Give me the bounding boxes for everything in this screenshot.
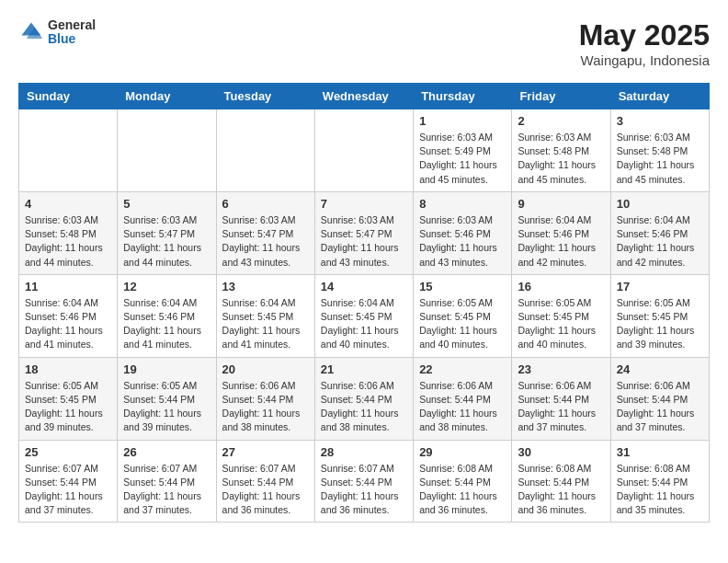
calendar-cell: 15Sunrise: 6:05 AMSunset: 5:45 PMDayligh… xyxy=(414,274,512,357)
day-info: Sunrise: 6:06 AMSunset: 5:44 PMDaylight:… xyxy=(419,379,506,435)
calendar-cell: 1Sunrise: 6:03 AMSunset: 5:49 PMDaylight… xyxy=(414,109,512,192)
calendar-cell: 22Sunrise: 6:06 AMSunset: 5:44 PMDayligh… xyxy=(414,357,512,440)
calendar-cell: 30Sunrise: 6:08 AMSunset: 5:44 PMDayligh… xyxy=(512,440,610,523)
calendar-cell: 9Sunrise: 6:04 AMSunset: 5:46 PMDaylight… xyxy=(512,191,610,274)
calendar-week-row: 1Sunrise: 6:03 AMSunset: 5:49 PMDaylight… xyxy=(19,109,710,192)
day-number: 31 xyxy=(617,445,703,459)
day-number: 13 xyxy=(222,280,309,293)
day-number: 10 xyxy=(617,197,703,211)
day-info: Sunrise: 6:08 AMSunset: 5:44 PMDaylight:… xyxy=(419,462,506,518)
day-number: 21 xyxy=(321,362,407,376)
col-header-friday: Friday xyxy=(512,84,610,109)
calendar-cell: 3Sunrise: 6:03 AMSunset: 5:48 PMDaylight… xyxy=(610,109,709,192)
day-number: 20 xyxy=(222,362,309,376)
day-info: Sunrise: 6:04 AMSunset: 5:46 PMDaylight:… xyxy=(617,213,703,270)
calendar-cell: 13Sunrise: 6:04 AMSunset: 5:45 PMDayligh… xyxy=(216,274,314,357)
calendar-cell: 29Sunrise: 6:08 AMSunset: 5:44 PMDayligh… xyxy=(414,440,512,523)
day-info: Sunrise: 6:08 AMSunset: 5:44 PMDaylight:… xyxy=(617,462,703,518)
calendar-week-row: 4Sunrise: 6:03 AMSunset: 5:48 PMDaylight… xyxy=(19,191,710,274)
day-info: Sunrise: 6:07 AMSunset: 5:44 PMDaylight:… xyxy=(321,462,407,518)
calendar-cell: 7Sunrise: 6:03 AMSunset: 5:47 PMDaylight… xyxy=(314,191,413,274)
calendar-cell xyxy=(118,109,216,192)
col-header-monday: Monday xyxy=(118,84,216,109)
calendar-cell: 21Sunrise: 6:06 AMSunset: 5:44 PMDayligh… xyxy=(314,357,413,440)
day-info: Sunrise: 6:06 AMSunset: 5:44 PMDaylight:… xyxy=(518,379,604,435)
logo-blue-text: Blue xyxy=(48,32,96,46)
calendar-cell: 10Sunrise: 6:04 AMSunset: 5:46 PMDayligh… xyxy=(610,191,709,274)
calendar-cell: 4Sunrise: 6:03 AMSunset: 5:48 PMDaylight… xyxy=(19,191,118,274)
day-info: Sunrise: 6:03 AMSunset: 5:48 PMDaylight:… xyxy=(25,213,111,270)
calendar-cell: 19Sunrise: 6:05 AMSunset: 5:44 PMDayligh… xyxy=(118,357,216,440)
col-header-sunday: Sunday xyxy=(19,84,118,109)
day-number: 27 xyxy=(222,445,309,459)
day-number: 15 xyxy=(419,280,506,293)
col-header-saturday: Saturday xyxy=(610,84,709,109)
day-number: 28 xyxy=(321,445,407,459)
calendar-cell: 17Sunrise: 6:05 AMSunset: 5:45 PMDayligh… xyxy=(610,274,709,357)
day-number: 16 xyxy=(518,280,604,293)
calendar-cell xyxy=(19,109,118,192)
day-number: 14 xyxy=(321,280,407,293)
day-info: Sunrise: 6:03 AMSunset: 5:47 PMDaylight:… xyxy=(321,213,407,270)
calendar-week-row: 25Sunrise: 6:07 AMSunset: 5:44 PMDayligh… xyxy=(19,440,710,523)
calendar-cell: 31Sunrise: 6:08 AMSunset: 5:44 PMDayligh… xyxy=(610,440,709,523)
day-number: 5 xyxy=(123,197,210,211)
calendar-cell: 24Sunrise: 6:06 AMSunset: 5:44 PMDayligh… xyxy=(610,357,709,440)
logo: General Blue xyxy=(18,18,96,47)
calendar-cell: 12Sunrise: 6:04 AMSunset: 5:46 PMDayligh… xyxy=(118,274,216,357)
day-info: Sunrise: 6:03 AMSunset: 5:48 PMDaylight:… xyxy=(617,131,703,187)
day-info: Sunrise: 6:07 AMSunset: 5:44 PMDaylight:… xyxy=(123,462,210,518)
day-number: 12 xyxy=(123,280,210,293)
day-number: 4 xyxy=(25,197,111,211)
day-info: Sunrise: 6:03 AMSunset: 5:47 PMDaylight:… xyxy=(123,213,210,270)
calendar-cell: 14Sunrise: 6:04 AMSunset: 5:45 PMDayligh… xyxy=(314,274,413,357)
day-number: 11 xyxy=(25,280,111,293)
day-number: 17 xyxy=(617,280,703,293)
calendar-cell: 2Sunrise: 6:03 AMSunset: 5:48 PMDaylight… xyxy=(512,109,610,192)
calendar-cell: 18Sunrise: 6:05 AMSunset: 5:45 PMDayligh… xyxy=(19,357,118,440)
title-block: May 2025 Waingapu, Indonesia xyxy=(579,18,710,68)
day-number: 9 xyxy=(518,197,604,211)
day-number: 18 xyxy=(25,362,111,376)
calendar-table: SundayMondayTuesdayWednesdayThursdayFrid… xyxy=(18,83,710,523)
calendar-cell: 28Sunrise: 6:07 AMSunset: 5:44 PMDayligh… xyxy=(314,440,413,523)
calendar-cell: 25Sunrise: 6:07 AMSunset: 5:44 PMDayligh… xyxy=(19,440,118,523)
day-info: Sunrise: 6:07 AMSunset: 5:44 PMDaylight:… xyxy=(25,462,111,518)
day-number: 6 xyxy=(222,197,309,211)
day-info: Sunrise: 6:04 AMSunset: 5:45 PMDaylight:… xyxy=(321,296,407,352)
day-number: 23 xyxy=(518,362,604,376)
calendar-week-row: 11Sunrise: 6:04 AMSunset: 5:46 PMDayligh… xyxy=(19,274,710,357)
col-header-wednesday: Wednesday xyxy=(314,84,413,109)
page-header: General Blue May 2025 Waingapu, Indonesi… xyxy=(18,18,710,68)
day-number: 30 xyxy=(518,445,604,459)
calendar-week-row: 18Sunrise: 6:05 AMSunset: 5:45 PMDayligh… xyxy=(19,357,710,440)
calendar-cell: 16Sunrise: 6:05 AMSunset: 5:45 PMDayligh… xyxy=(512,274,610,357)
calendar-cell: 26Sunrise: 6:07 AMSunset: 5:44 PMDayligh… xyxy=(118,440,216,523)
day-number: 2 xyxy=(518,114,604,128)
day-number: 1 xyxy=(419,114,506,128)
col-header-thursday: Thursday xyxy=(414,84,512,109)
day-info: Sunrise: 6:07 AMSunset: 5:44 PMDaylight:… xyxy=(222,462,309,518)
day-info: Sunrise: 6:08 AMSunset: 5:44 PMDaylight:… xyxy=(518,462,604,518)
day-info: Sunrise: 6:03 AMSunset: 5:48 PMDaylight:… xyxy=(518,131,604,187)
logo-text: General Blue xyxy=(48,18,96,47)
calendar-cell: 8Sunrise: 6:03 AMSunset: 5:46 PMDaylight… xyxy=(414,191,512,274)
day-info: Sunrise: 6:04 AMSunset: 5:45 PMDaylight:… xyxy=(222,296,309,352)
calendar-cell: 23Sunrise: 6:06 AMSunset: 5:44 PMDayligh… xyxy=(512,357,610,440)
logo-icon xyxy=(18,19,44,45)
day-info: Sunrise: 6:05 AMSunset: 5:45 PMDaylight:… xyxy=(518,296,604,352)
day-info: Sunrise: 6:04 AMSunset: 5:46 PMDaylight:… xyxy=(518,213,604,270)
calendar-cell: 27Sunrise: 6:07 AMSunset: 5:44 PMDayligh… xyxy=(216,440,314,523)
day-info: Sunrise: 6:06 AMSunset: 5:44 PMDaylight:… xyxy=(222,379,309,435)
day-number: 8 xyxy=(419,197,506,211)
calendar-cell xyxy=(216,109,314,192)
day-info: Sunrise: 6:05 AMSunset: 5:44 PMDaylight:… xyxy=(123,379,210,435)
day-info: Sunrise: 6:04 AMSunset: 5:46 PMDaylight:… xyxy=(123,296,210,352)
day-number: 3 xyxy=(617,114,703,128)
day-number: 7 xyxy=(321,197,407,211)
day-info: Sunrise: 6:04 AMSunset: 5:46 PMDaylight:… xyxy=(25,296,111,352)
day-info: Sunrise: 6:05 AMSunset: 5:45 PMDaylight:… xyxy=(617,296,703,352)
logo-general-text: General xyxy=(48,18,96,32)
day-info: Sunrise: 6:05 AMSunset: 5:45 PMDaylight:… xyxy=(25,379,111,435)
day-number: 29 xyxy=(419,445,506,459)
